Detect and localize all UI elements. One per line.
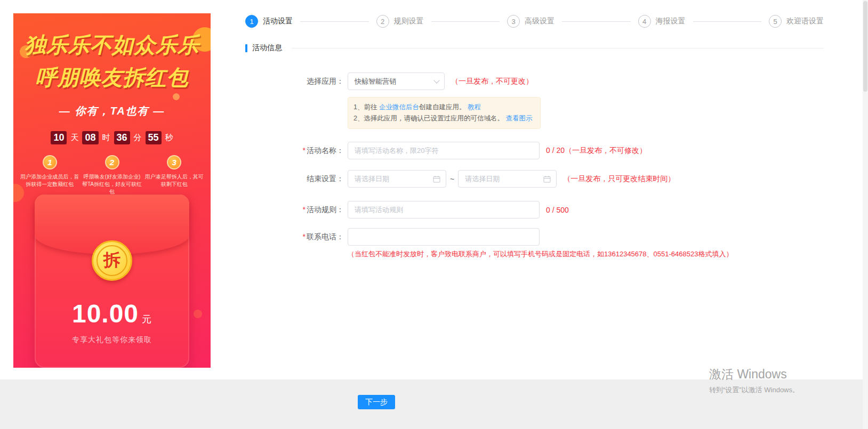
- wizard-step-label: 活动设置: [263, 17, 293, 26]
- end-date-placeholder: 请选择日期: [465, 174, 500, 184]
- wizard-step-label: 高级设置: [525, 17, 554, 26]
- poster-step-number: 2: [105, 155, 119, 169]
- activity-rules-input[interactable]: [348, 201, 540, 218]
- wizard-connector: [300, 21, 369, 22]
- tutorial-link[interactable]: 教程: [468, 103, 481, 111]
- setup-wizard-steps: 1 活动设置 2 规则设置 3 高级设置 4 海报设置 5 欢迎语设置: [245, 15, 824, 28]
- poster-step-number: 3: [167, 155, 181, 169]
- wizard-step-welcome[interactable]: 5 欢迎语设置: [769, 15, 824, 28]
- countdown-seconds-unit: 秒: [165, 133, 173, 143]
- start-date-picker[interactable]: 请选择日期: [348, 170, 446, 188]
- countdown-minutes-unit: 分: [134, 133, 142, 143]
- red-envelope: 拆 10.00元 专享大礼包等你来领取: [35, 195, 189, 368]
- activity-name-counter: 0 / 20（一旦发布，不可修改）: [546, 146, 647, 156]
- poster-how-it-works: 1 用户添加企业成员后，首拆获得一定数额红包 2 呼朋唤友(好友添加企业) 帮T…: [13, 155, 211, 196]
- app-select[interactable]: 快鲸智能营销: [348, 72, 445, 90]
- poster-title-line2: 呼朋唤友拆红包: [13, 63, 211, 92]
- wizard-step-label: 欢迎语设置: [786, 17, 824, 26]
- wizard-step-poster[interactable]: 4 海报设置: [638, 15, 686, 28]
- poster-title-line1: 独乐乐不如众乐乐: [13, 30, 211, 60]
- form-row-end-date: 结束设置： 请选择日期 ~ 请选择日期 （一旦发布，只可更改结束时间）: [243, 170, 675, 188]
- envelope-amount: 10.00元: [35, 299, 189, 328]
- form-row-contact-phone: *联系电话：: [243, 228, 540, 246]
- wecom-admin-link[interactable]: 企业微信后台: [379, 103, 419, 111]
- section-divider: [292, 48, 824, 48]
- app-select-value: 快鲸智能营销: [355, 77, 396, 86]
- activity-rules-counter: 0 / 500: [546, 206, 569, 214]
- section-header: 活动信息: [245, 43, 824, 53]
- wizard-step-number: 3: [507, 15, 520, 28]
- poster-step-3: 3 用户凑足帮拆人后，其可获剩下红包: [143, 155, 205, 196]
- countdown-hours-unit: 时: [102, 133, 110, 143]
- label-text: 联系电话：: [307, 232, 344, 241]
- countdown-timer: 10 天 08 时 36 分 55 秒: [13, 131, 211, 144]
- tip-text: 2、选择此应用，请确认已设置过应用的可信域名。: [353, 115, 504, 122]
- required-asterisk: *: [303, 146, 306, 155]
- wizard-connector: [562, 21, 631, 22]
- form-row-app: 选择应用： 快鲸智能营销 （一旦发布，不可更改）: [243, 72, 533, 90]
- coin-open-character: 拆: [97, 245, 127, 276]
- poster-step-text: 用户添加企业成员后，首拆获得一定数额红包: [19, 173, 81, 188]
- label-text: 选择应用：: [307, 77, 344, 85]
- contact-phone-input[interactable]: [348, 228, 540, 246]
- wizard-step-advanced[interactable]: 3 高级设置: [507, 15, 554, 28]
- countdown-days: 10: [51, 131, 67, 144]
- form-row-activity-name: *活动名称： 0 / 20（一旦发布，不可修改）: [243, 142, 647, 159]
- wizard-step-label: 海报设置: [656, 17, 686, 26]
- wizard-connector: [693, 21, 762, 22]
- scrollbar[interactable]: [863, 0, 868, 429]
- end-date-label: 结束设置：: [243, 174, 344, 184]
- next-step-button[interactable]: 下一步: [358, 395, 395, 409]
- required-asterisk: *: [303, 205, 306, 214]
- label-text: 结束设置：: [307, 174, 344, 183]
- app-tip-box: 1、前往 企业微信后台创建自建应用。 教程 2、选择此应用，请确认已设置过应用的…: [348, 97, 541, 129]
- calendar-icon: [433, 175, 440, 183]
- tip-text: 1、前往: [353, 103, 379, 111]
- confetti-decoration: [173, 93, 180, 100]
- wizard-step-rules[interactable]: 2 规则设置: [376, 15, 424, 28]
- envelope-note: 专享大礼包等你来领取: [35, 335, 189, 345]
- poster-step-text: 呼朋唤友(好友添加企业) 帮TA拆红包，好友可获红包: [81, 173, 143, 196]
- wizard-step-activity[interactable]: 1 活动设置: [245, 15, 293, 28]
- activity-poster-preview: 独乐乐不如众乐乐 呼朋唤友拆红包 — 你有，TA也有 — 10 天 08 时 3…: [13, 13, 211, 368]
- wizard-step-number: 1: [245, 15, 258, 28]
- activity-name-input[interactable]: [348, 142, 540, 159]
- amount-unit: 元: [142, 314, 152, 325]
- tip-line-1: 1、前往 企业微信后台创建自建应用。 教程: [353, 102, 535, 113]
- section-title: 活动信息: [252, 43, 282, 53]
- countdown-hours: 08: [82, 131, 98, 144]
- amount-value: 10.00: [72, 300, 139, 328]
- poster-subtitle: — 你有，TA也有 —: [13, 104, 211, 118]
- countdown-minutes: 36: [114, 131, 130, 144]
- label-text: 活动规则：: [307, 205, 344, 214]
- windows-activation-watermark: 激活 Windows 转到“设置”以激活 Windows。: [709, 366, 799, 395]
- scrollbar-thumb[interactable]: [863, 1, 867, 92]
- activity-name-label: *活动名称：: [243, 146, 344, 156]
- poster-step-text: 用户凑足帮拆人后，其可获剩下红包: [143, 173, 205, 188]
- wizard-step-number: 4: [638, 15, 651, 28]
- watermark-title: 激活 Windows: [709, 366, 799, 383]
- wizard-connector: [431, 21, 500, 22]
- wizard-step-number: 2: [376, 15, 389, 28]
- start-date-placeholder: 请选择日期: [355, 174, 389, 184]
- date-range-separator: ~: [450, 175, 454, 183]
- label-text: 活动名称：: [307, 146, 344, 155]
- calendar-icon: [543, 175, 551, 183]
- confetti-decoration: [194, 310, 202, 318]
- countdown-seconds: 55: [146, 131, 162, 144]
- end-date-picker[interactable]: 请选择日期: [458, 170, 557, 188]
- chevron-down-icon: [433, 77, 439, 83]
- gold-coin: 拆: [92, 240, 132, 281]
- activity-rules-label: *活动规则：: [243, 205, 344, 215]
- form-row-activity-rules: *活动规则： 0 / 500: [243, 201, 569, 218]
- countdown-days-unit: 天: [70, 133, 78, 143]
- required-asterisk: *: [303, 232, 306, 241]
- wizard-step-number: 5: [769, 15, 782, 28]
- wizard-step-label: 规则设置: [394, 17, 424, 26]
- poster-step-2: 2 呼朋唤友(好友添加企业) 帮TA拆红包，好友可获红包: [81, 155, 143, 196]
- view-example-link[interactable]: 查看图示: [505, 115, 532, 122]
- tip-line-2: 2、选择此应用，请确认已设置过应用的可信域名。 查看图示: [353, 113, 535, 124]
- watermark-subtitle: 转到“设置”以激活 Windows。: [709, 385, 799, 395]
- tip-text: 创建自建应用。: [419, 103, 466, 111]
- contact-phone-note: （当红包不能准时发放时，客户致电联系商户，可以填写手机号码或是固定电话，如136…: [348, 249, 733, 259]
